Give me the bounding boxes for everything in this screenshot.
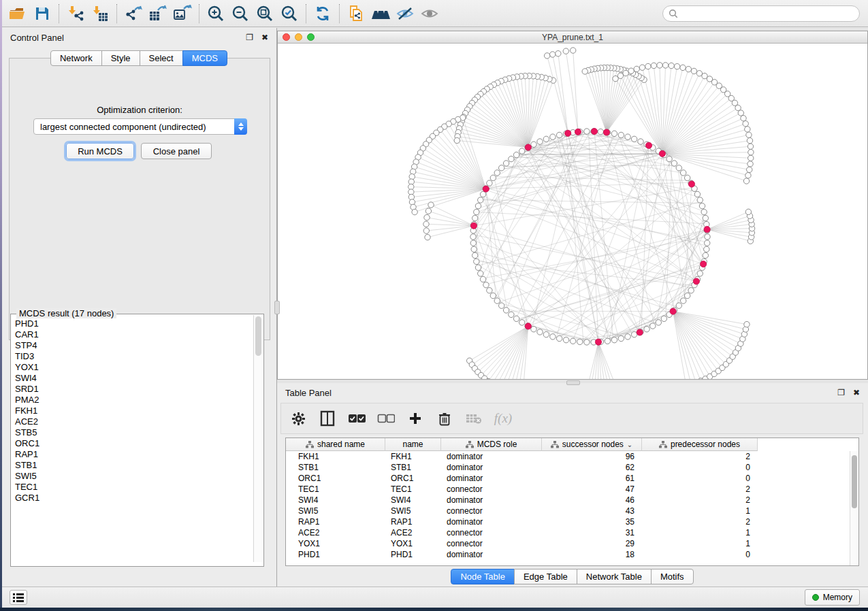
- table-cell[interactable]: dominator: [441, 549, 542, 560]
- table-cell[interactable]: 18: [542, 549, 642, 560]
- table-cell[interactable]: RAP1: [286, 516, 385, 527]
- column-header-shared-name[interactable]: shared name: [286, 438, 385, 451]
- table-cell[interactable]: 2: [642, 451, 758, 462]
- table-cell[interactable]: FKH1: [286, 451, 385, 462]
- table-cell[interactable]: 47: [542, 484, 642, 495]
- table-cell[interactable]: STB1: [286, 462, 385, 473]
- float-panel-icon[interactable]: ❐: [246, 33, 253, 42]
- table-cell[interactable]: dominator: [441, 473, 542, 484]
- tab-mcds[interactable]: MCDS: [182, 50, 227, 66]
- run-mcds-button[interactable]: Run MCDS: [66, 143, 134, 159]
- mcds-node-item[interactable]: GCR1: [12, 493, 253, 503]
- table-cell[interactable]: PHD1: [385, 549, 441, 560]
- add-row-icon[interactable]: [406, 410, 424, 427]
- mcds-node-item[interactable]: SWI5: [12, 471, 253, 482]
- mcds-node-item[interactable]: TEC1: [12, 482, 253, 493]
- mcds-node-item[interactable]: PHD1: [12, 318, 253, 329]
- search-input[interactable]: [681, 9, 845, 18]
- table-cell[interactable]: 1: [642, 538, 758, 549]
- export-network-icon[interactable]: [121, 3, 146, 24]
- network-canvas[interactable]: [278, 44, 867, 379]
- table-row[interactable]: SWI4SWI4dominator462: [286, 495, 858, 506]
- mcds-node-item[interactable]: SRD1: [12, 384, 253, 395]
- table-scrollbar[interactable]: [850, 451, 858, 565]
- zoom-fit-icon[interactable]: [253, 3, 277, 24]
- table-cell[interactable]: STB1: [385, 462, 441, 473]
- zoom-selected-icon[interactable]: [277, 3, 302, 24]
- save-session-icon[interactable]: [30, 3, 54, 24]
- table-cell[interactable]: 1: [642, 527, 758, 538]
- table-cell[interactable]: dominator: [441, 462, 542, 473]
- table-cell[interactable]: PHD1: [286, 549, 385, 560]
- table-tab-edge-table[interactable]: Edge Table: [514, 569, 577, 584]
- mcds-node-item[interactable]: YOX1: [12, 362, 253, 373]
- delete-row-icon[interactable]: [436, 410, 453, 427]
- mcds-list-scrollbar[interactable]: [253, 315, 263, 562]
- table-row[interactable]: ORC1ORC1dominator610: [286, 473, 858, 484]
- table-tab-motifs[interactable]: Motifs: [651, 569, 694, 584]
- export-image-icon[interactable]: [170, 3, 195, 24]
- table-row[interactable]: STB1STB1dominator620: [286, 462, 858, 473]
- column-header-MCDS-role[interactable]: MCDS role: [441, 438, 542, 451]
- table-row[interactable]: SWI5SWI5connector431: [286, 506, 858, 516]
- table-cell[interactable]: ORC1: [286, 473, 385, 484]
- hide-selected-icon[interactable]: [393, 3, 417, 24]
- table-cell[interactable]: 0: [642, 549, 758, 560]
- show-all-icon[interactable]: [417, 3, 442, 24]
- table-cell[interactable]: 1: [642, 506, 758, 516]
- mcds-node-item[interactable]: CAR1: [12, 329, 253, 340]
- table-cell[interactable]: connector: [441, 506, 542, 516]
- column-header-successor-nodes[interactable]: successor nodes⌄: [542, 438, 642, 451]
- vertical-splitter-grip[interactable]: [274, 301, 280, 314]
- mcds-node-item[interactable]: STB5: [12, 427, 253, 438]
- table-cell[interactable]: connector: [441, 527, 542, 538]
- table-cell[interactable]: RAP1: [385, 516, 441, 527]
- table-cell[interactable]: 0: [642, 462, 758, 473]
- mcds-node-item[interactable]: SWI4: [12, 373, 253, 384]
- close-panel-button[interactable]: Close panel: [141, 143, 212, 159]
- table-cell[interactable]: 29: [542, 538, 642, 549]
- column-header-predecessor-nodes[interactable]: predecessor nodes: [642, 438, 758, 451]
- table-cell[interactable]: dominator: [441, 516, 542, 527]
- table-tab-node-table[interactable]: Node Table: [451, 569, 515, 584]
- zoom-out-icon[interactable]: [228, 3, 253, 24]
- open-file-icon[interactable]: [5, 3, 30, 24]
- table-row[interactable]: FKH1FKH1dominator962: [286, 451, 858, 462]
- horizontal-splitter-grip[interactable]: [566, 380, 580, 385]
- table-cell[interactable]: 61: [542, 473, 642, 484]
- table-tab-network-table[interactable]: Network Table: [577, 569, 652, 584]
- table-cell[interactable]: TEC1: [286, 484, 385, 495]
- mcds-node-item[interactable]: ORC1: [12, 438, 253, 449]
- table-row[interactable]: TEC1TEC1connector472: [286, 484, 858, 495]
- table-row[interactable]: ACE2ACE2connector311: [286, 527, 858, 538]
- table-cell[interactable]: SWI5: [385, 506, 441, 516]
- settings-gear-icon[interactable]: [289, 410, 307, 427]
- table-cell[interactable]: YOX1: [385, 538, 441, 549]
- mcds-node-item[interactable]: FKH1: [12, 406, 253, 416]
- task-history-button[interactable]: [10, 590, 27, 605]
- column-layout-icon[interactable]: [319, 410, 336, 427]
- table-cell[interactable]: 2: [642, 516, 758, 527]
- table-cell[interactable]: ORC1: [385, 473, 441, 484]
- tab-select[interactable]: Select: [140, 50, 183, 66]
- table-cell[interactable]: 46: [542, 495, 642, 506]
- table-cell[interactable]: 96: [542, 451, 642, 462]
- refresh-icon[interactable]: [310, 3, 335, 24]
- table-cell[interactable]: ACE2: [286, 527, 385, 538]
- table-cell[interactable]: TEC1: [385, 484, 441, 495]
- table-cell[interactable]: connector: [441, 484, 542, 495]
- column-header-name[interactable]: name: [385, 438, 441, 451]
- table-cell[interactable]: FKH1: [385, 451, 441, 462]
- table-cell[interactable]: 43: [542, 506, 642, 516]
- float-table-panel-icon[interactable]: ❐: [837, 388, 845, 397]
- table-cell[interactable]: dominator: [441, 495, 542, 506]
- table-row[interactable]: RAP1RAP1dominator352: [286, 516, 858, 527]
- optimization-criterion-select[interactable]: largest connected component (undirected): [33, 118, 247, 135]
- table-cell[interactable]: SWI4: [286, 495, 385, 506]
- close-panel-icon[interactable]: ✖: [261, 33, 268, 42]
- close-table-panel-icon[interactable]: ✖: [853, 388, 860, 397]
- table-row[interactable]: YOX1YOX1connector291: [286, 538, 858, 549]
- table-cell[interactable]: SWI5: [286, 506, 385, 516]
- deselect-all-icon[interactable]: [377, 410, 395, 427]
- mcds-node-item[interactable]: STB1: [12, 460, 253, 471]
